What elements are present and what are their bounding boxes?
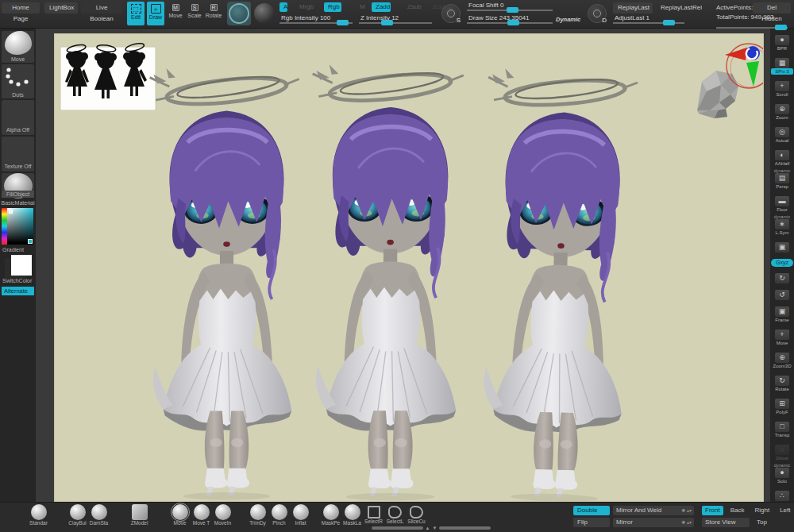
right-shelf-item[interactable]: Gxyz — [771, 254, 793, 267]
axis-toggle-icons-2[interactable]: ✱ ▴▾ — [681, 518, 692, 527]
adjust-settings-icon[interactable]: D — [588, 4, 607, 23]
a-toggle[interactable]: A — [279, 2, 287, 12]
brush-button[interactable]: Inflat — [290, 504, 311, 528]
zsub-toggle[interactable]: Zsub — [403, 2, 426, 12]
right-shelf-item[interactable]: + Scroll — [771, 76, 793, 98]
brush-button[interactable]: Move T — [191, 504, 212, 528]
brush-button[interactable]: MaskLa — [341, 504, 363, 528]
current-color-swatch[interactable] — [11, 255, 32, 276]
brush-button[interactable]: DamSta — [88, 504, 110, 528]
right-view-button[interactable]: Right — [751, 506, 773, 515]
rgb-intensity-slider[interactable]: Rgb Intensity 100 — [279, 14, 353, 24]
right-shelf-item[interactable]: dynamic ∗ L.Sym — [771, 214, 793, 236]
brush-button[interactable]: MoveIn — [212, 504, 233, 528]
color-picker[interactable] — [2, 208, 33, 245]
right-shelf-item[interactable]: dynamic ▤ Persp — [771, 168, 793, 190]
right-shelf-item[interactable]: ⊕ Zoom — [771, 99, 793, 121]
right-shelf-item[interactable]: ▬ Floor — [771, 191, 793, 213]
gradient-label[interactable]: Gradient — [0, 246, 36, 253]
alpha-tile[interactable]: Alpha Off — [2, 100, 34, 135]
right-shelf-item[interactable]: ▣ — [771, 237, 793, 253]
brush-button[interactable]: Pinch — [268, 504, 290, 528]
scroll-up-icon[interactable]: ▲ — [426, 526, 430, 530]
brush-button[interactable]: TrimDy — [247, 504, 268, 528]
right-shelf-item[interactable]: ⊞ PolyF — [771, 394, 793, 415]
current-brush-icon[interactable] — [227, 2, 251, 25]
right-shelf-item[interactable]: ↻ — [771, 268, 793, 283]
rotate-mode-button[interactable]: R Rotate — [205, 2, 222, 25]
brush-button[interactable]: ZModel — [129, 504, 150, 528]
right-shelf-item[interactable]: + Move — [771, 325, 793, 346]
m-toggle[interactable]: M — [356, 2, 369, 12]
right-shelf-item[interactable]: dynamic ● Solo — [771, 463, 793, 484]
replay-last-rel-button[interactable]: ReplayLastRel — [661, 4, 702, 11]
double-button[interactable]: Double — [573, 506, 610, 515]
z-intensity-slider[interactable]: Z Intensity 12 — [359, 14, 432, 24]
hue-strip[interactable] — [2, 208, 7, 245]
move-icon: M — [172, 4, 179, 11]
brush-button[interactable]: Move — [169, 504, 191, 528]
scroll-down-icon[interactable]: ▼ — [433, 526, 437, 530]
character-middle[interactable] — [313, 64, 464, 500]
alternate-button[interactable]: Alternate — [2, 287, 34, 295]
right-shelf-item[interactable]: ↺ — [771, 285, 793, 300]
stroke-settings-icon[interactable]: S — [441, 4, 461, 23]
axis-toggle-icons[interactable]: ✱ ▴▾ — [681, 506, 692, 515]
focal-shift-slider[interactable]: Focal Shift 0 — [467, 2, 553, 11]
y-axis-arrow[interactable] — [746, 61, 759, 87]
document-viewport[interactable] — [54, 33, 764, 502]
right-shelf-item[interactable]: ↻ Rotate — [771, 371, 793, 392]
reference-image[interactable] — [60, 42, 156, 110]
current-stroke-icon[interactable] — [252, 2, 276, 25]
edit-button[interactable]: ⬚ Edit — [127, 2, 145, 25]
stroke-preview-tile[interactable]: Dots — [2, 64, 34, 98]
dynamic-label[interactable]: Dynamic — [556, 16, 580, 23]
right-shelf-item[interactable]: ◎ Actual — [771, 122, 793, 144]
brush-button[interactable]: SelectL — [384, 504, 406, 528]
scrollbar-track-right[interactable] — [439, 526, 491, 530]
character-right[interactable] — [477, 68, 638, 502]
home-page-button[interactable]: Home Page — [2, 2, 40, 13]
left-view-button[interactable]: Left — [777, 506, 793, 515]
brush-preview-tile[interactable]: Move — [2, 31, 34, 63]
right-shelf-item[interactable]: □ Transp — [771, 417, 793, 438]
front-view-button[interactable]: Front — [702, 506, 723, 515]
scrollbar-track-left[interactable] — [372, 526, 423, 530]
texture-tile[interactable]: Texture Off — [2, 137, 34, 172]
brush-button[interactable]: SelectR — [363, 504, 384, 528]
del-hidden-button[interactable]: Del Hidden — [753, 2, 791, 13]
back-view-button[interactable]: Back — [727, 506, 748, 515]
brush-button[interactable]: ClayBui — [67, 504, 88, 528]
right-shelf-item[interactable]: ▣ Frame — [771, 302, 793, 323]
switch-color-label[interactable]: SwitchColor — [0, 277, 36, 284]
draw-size-slider[interactable]: Draw Size 243.35041 — [467, 14, 553, 24]
store-view-button[interactable]: Store View — [702, 518, 750, 527]
flip-button[interactable]: Flip — [573, 518, 610, 527]
move-mode-button[interactable]: M Move — [167, 2, 184, 25]
brush-button[interactable]: Standar — [28, 504, 49, 528]
right-shelf-item[interactable]: ● BPR — [771, 30, 793, 52]
character-left[interactable] — [150, 68, 299, 499]
fill-object-button[interactable]: FillObject — [2, 191, 34, 198]
mrgb-toggle[interactable]: Mrgb — [295, 2, 318, 12]
tray-scrollbar[interactable]: ▲ ▼ — [372, 526, 491, 530]
live-boolean-button[interactable]: Live Boolean — [81, 2, 122, 13]
zadd-toggle[interactable]: Zadd — [372, 2, 391, 12]
polygon-head-model[interactable] — [697, 71, 738, 118]
scale-mode-button[interactable]: S Scale — [186, 2, 203, 25]
brush-button[interactable]: MaskPe — [320, 504, 341, 528]
brush-button[interactable]: SliceCu — [406, 504, 427, 528]
right-shelf-item[interactable]: ◐ AAHalf — [771, 145, 793, 167]
right-shelf-item[interactable]: ▦ SPix 3 — [771, 53, 793, 75]
mirror-button[interactable]: Mirror ✱ ▴▾ — [613, 518, 694, 527]
replay-last-button[interactable]: ReplayLast — [613, 2, 653, 13]
top-view-button[interactable]: Top — [754, 518, 770, 527]
material-tile[interactable]: FillObject — [2, 173, 34, 198]
lightbox-button[interactable]: LightBox — [44, 2, 78, 13]
right-shelf-item[interactable]: ◌ Ghost — [771, 440, 793, 461]
rgb-toggle[interactable]: Rgb — [324, 2, 341, 12]
right-shelf-item[interactable]: ⊕ Zoom3D — [771, 348, 793, 369]
mirror-and-weld-button[interactable]: Mirror And Weld ✱ ▴▾ — [613, 506, 694, 515]
adjust-last-slider[interactable]: AdjustLast 1 — [613, 14, 684, 24]
draw-button[interactable]: ＋ Draw — [147, 2, 164, 25]
